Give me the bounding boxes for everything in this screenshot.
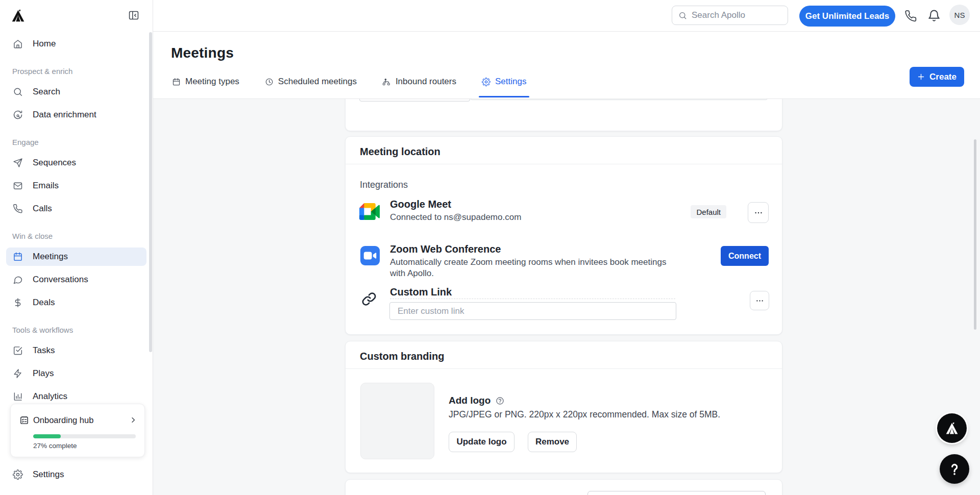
tabs: Meeting types Scheduled meetings Inbound… [171, 71, 527, 98]
sidebar-item-search[interactable]: Search [6, 83, 146, 101]
google-meet-menu-button[interactable] [748, 202, 769, 223]
apollo-logo [11, 9, 25, 22]
tab-settings[interactable]: Settings [481, 71, 527, 98]
help-circle-icon[interactable] [496, 397, 504, 405]
tab-label: Settings [495, 77, 526, 87]
avatar[interactable]: NS [949, 5, 970, 25]
ellipsis-icon [755, 296, 765, 306]
bar-chart-icon [13, 391, 23, 402]
question-mark-icon [947, 461, 962, 477]
next-card-partial [345, 479, 782, 495]
sidebar-scrollbar[interactable] [149, 32, 152, 352]
lightning-icon [13, 368, 23, 379]
topbar: Get Unlimited Leads NS [153, 0, 980, 32]
sidebar-item-settings[interactable]: Settings [6, 465, 147, 484]
onboarding-hub-link[interactable]: Onboarding hub [19, 413, 137, 427]
global-search[interactable] [672, 6, 788, 25]
google-meet-icon [359, 203, 379, 222]
partial-input-bottom[interactable] [587, 491, 766, 495]
page-title: Meetings [171, 45, 234, 61]
sidebar-item-tasks[interactable]: Tasks [6, 341, 146, 360]
main-scrollbar[interactable] [974, 139, 976, 330]
tab-inbound-routers[interactable]: Inbound routers [381, 71, 457, 98]
zoom-description: Automatically create Zoom meeting rooms … [390, 257, 678, 279]
sidebar-item-label: Emails [33, 181, 59, 191]
apollo-fab-button[interactable] [937, 413, 967, 443]
onboarding-hub-title: Onboarding hub [33, 415, 129, 425]
plus-icon [917, 73, 925, 81]
meeting-location-card: Meeting location Integrations Google Mee… [345, 136, 782, 335]
sidebar-item-calls[interactable]: Calls [6, 200, 146, 218]
mail-icon [13, 181, 23, 191]
sidebar-item-label: Deals [33, 298, 55, 308]
sidebar-item-sequences[interactable]: Sequences [6, 154, 146, 172]
zoom-name: Zoom Web Conference [390, 243, 678, 255]
onboarding-progress-label: 27% complete [33, 442, 77, 450]
calendar-icon [13, 252, 23, 262]
search-input[interactable] [692, 10, 773, 20]
add-logo-label: Add logo [449, 394, 491, 407]
meeting-location-title: Meeting location [346, 137, 782, 164]
sidebar-item-label: Home [33, 39, 56, 49]
google-meet-name: Google Meet [390, 198, 521, 210]
remove-button[interactable]: Remove [528, 432, 577, 452]
sidebar-section-tools: Tools & workflows [12, 325, 146, 335]
search-icon [678, 11, 687, 20]
sidebar-section-prospect: Prospect & enrich [12, 66, 146, 76]
google-meet-status: Connected to ns@supademo.com [390, 212, 521, 223]
dollar-icon [13, 298, 23, 308]
update-logo-button[interactable]: Update logo [449, 432, 514, 452]
data-enrichment-icon [13, 110, 23, 120]
zoom-icon [360, 246, 380, 265]
sidebar-item-data-enrichment[interactable]: Data enrichment [6, 106, 146, 124]
create-button[interactable]: Create [910, 67, 964, 87]
connect-button[interactable]: Connect [721, 246, 769, 266]
tab-scheduled-meetings[interactable]: Scheduled meetings [264, 71, 358, 98]
partial-input-right[interactable] [470, 99, 768, 100]
tab-label: Scheduled meetings [278, 77, 357, 87]
ellipsis-icon [753, 208, 764, 218]
sidebar-item-analytics[interactable]: Analytics [6, 387, 146, 406]
custom-link-input[interactable] [389, 302, 676, 320]
sidebar-item-home[interactable]: Home [6, 35, 146, 53]
sidebar-item-emails[interactable]: Emails [6, 177, 146, 195]
page-header: Meetings Meeting types Scheduled meeting… [153, 32, 980, 99]
integrations-label: Integrations [360, 180, 408, 190]
tab-label: Meeting types [185, 77, 239, 87]
sidebar-item-meetings[interactable]: Meetings [6, 247, 146, 266]
gear-icon [13, 469, 23, 480]
search-icon [13, 87, 23, 97]
sidebar: Home Prospect & enrich Search Data enric… [0, 0, 153, 495]
gear-icon [482, 78, 491, 86]
logo-requirements: JPG/JPEG or PNG. 220px x 220px recommend… [449, 409, 720, 420]
chat-bubble-icon [13, 275, 23, 285]
sidebar-item-label: Search [33, 87, 60, 97]
custom-link-divider [390, 299, 675, 299]
sidebar-item-label: Meetings [33, 252, 68, 262]
get-unlimited-leads-button[interactable]: Get Unlimited Leads [799, 6, 895, 27]
sidebar-item-plays[interactable]: Plays [6, 364, 146, 383]
onboarding-hub-card: Onboarding hub 27% complete [10, 404, 145, 457]
apollo-logo-icon [945, 422, 959, 434]
sidebar-item-label: Settings [33, 469, 64, 480]
tab-meeting-types[interactable]: Meeting types [171, 71, 240, 98]
default-badge: Default [691, 205, 726, 218]
onboarding-progress-bar [33, 434, 136, 438]
sidebar-item-label: Data enrichment [33, 110, 96, 120]
send-icon [13, 158, 23, 168]
phone-icon [13, 204, 23, 214]
phone-icon[interactable] [904, 9, 918, 22]
home-icon [13, 39, 23, 49]
task-check-icon [13, 345, 23, 356]
sidebar-item-deals[interactable]: Deals [6, 293, 146, 312]
partial-input-left[interactable] [359, 99, 470, 102]
custom-link-menu-button[interactable] [750, 291, 769, 310]
sidebar-item-conversations[interactable]: Conversations [6, 270, 146, 289]
onboarding-progress-fill [33, 434, 61, 438]
sidebar-item-label: Conversations [33, 275, 88, 285]
chevron-right-icon [129, 416, 137, 424]
custom-branding-card: Custom branding Add logo JPG/JPEG or PNG… [345, 341, 782, 473]
sidebar-collapse-icon[interactable] [128, 10, 139, 21]
bell-icon[interactable] [927, 9, 941, 22]
help-fab-button[interactable] [940, 454, 969, 484]
